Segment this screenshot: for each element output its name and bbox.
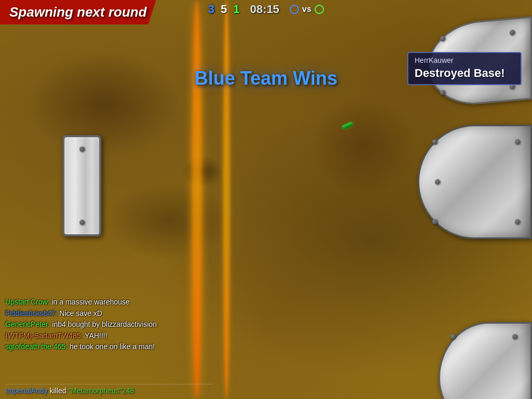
hud-top: 3 5 1 08:15 vs (208, 3, 324, 16)
team-blue-indicator (290, 5, 299, 14)
score-display: 3 5 1 (208, 3, 240, 16)
chat-name-3: GenericPeter: (5, 320, 50, 328)
chat-area: Upstart Crow: in a massive warehouse Fid… (5, 297, 157, 352)
team-green-indicator (314, 5, 324, 14)
terrain-spot (182, 156, 223, 187)
kill-notification-action: Destroyed Base! (415, 66, 514, 80)
chat-name-2: Fiddlesticks647: (5, 309, 57, 317)
chat-line-2: Fiddlesticks647: Nice save xD (5, 309, 157, 319)
rivet (440, 90, 445, 96)
rivet (435, 179, 440, 184)
lava-streak (192, 0, 202, 399)
chat-line-1: Upstart Crow: in a massive warehouse (5, 297, 157, 308)
terrain-stain (26, 52, 182, 156)
chat-message-2: Nice save xD (59, 309, 102, 317)
score-green: 1 (233, 3, 240, 16)
wall-panel-right-bottom (438, 322, 532, 399)
rivet (79, 147, 85, 152)
spawn-text: Spawning next round (9, 4, 147, 20)
rivet (432, 139, 437, 144)
chat-name-1: Upstart Crow: (5, 298, 50, 306)
rivet (510, 30, 515, 35)
lava-streak (223, 0, 230, 399)
chat-message-5: he took one on like a man! (70, 342, 155, 351)
chat-name-5: sgtofdeath the 465: (5, 342, 68, 351)
terrain-stain (312, 94, 416, 197)
chat-name-4: {WTFM}-SadamTW485: (5, 331, 83, 340)
chat-line-4: {WTFM}-SadamTW485: YAH!!!! (5, 331, 157, 341)
killfeed-attacker: ImperialAndy (5, 387, 48, 395)
chat-message-1: in a massive warehouse (51, 298, 129, 306)
game-timer: 08:15 (250, 3, 279, 16)
terrain-stain (104, 182, 234, 260)
chat-line-5: sgtofdeath the 465: he took one on like … (5, 342, 157, 352)
game-canvas: Spawning next round 3 5 1 08:15 vs Blue … (0, 0, 532, 399)
chat-message-4: YAH!!!! (85, 331, 107, 340)
rivet (432, 219, 437, 224)
rivet (515, 139, 520, 144)
spawn-overlay: Spawning next round (0, 0, 156, 24)
rivet (450, 334, 456, 339)
team-wins-message: Blue Team Wins (194, 68, 337, 89)
kill-notification: HerrKauwer Destroyed Base! (407, 52, 522, 85)
kill-notification-player: HerrKauwer (415, 56, 514, 64)
chat-message-3: inb4 bought by blizzardactivision (52, 320, 157, 328)
rivet (440, 36, 445, 42)
vs-display: vs (290, 5, 324, 14)
wall-panel-left (62, 135, 101, 236)
killfeed-action: killed (50, 387, 69, 395)
killfeed-victim: "Metamorpheus"248 (68, 387, 134, 395)
killfeed: ImperialAndy killed "Metamorpheus"248 (5, 384, 213, 395)
rivet (512, 334, 517, 339)
score-blue: 3 (208, 3, 215, 16)
wall-panel-right-middle (418, 125, 532, 239)
rivet (79, 220, 85, 225)
score-separator: 5 (221, 3, 227, 16)
vs-label: vs (302, 5, 312, 14)
rivet (515, 219, 520, 224)
chat-line-3: GenericPeter: inb4 bought by blizzardact… (5, 320, 157, 330)
